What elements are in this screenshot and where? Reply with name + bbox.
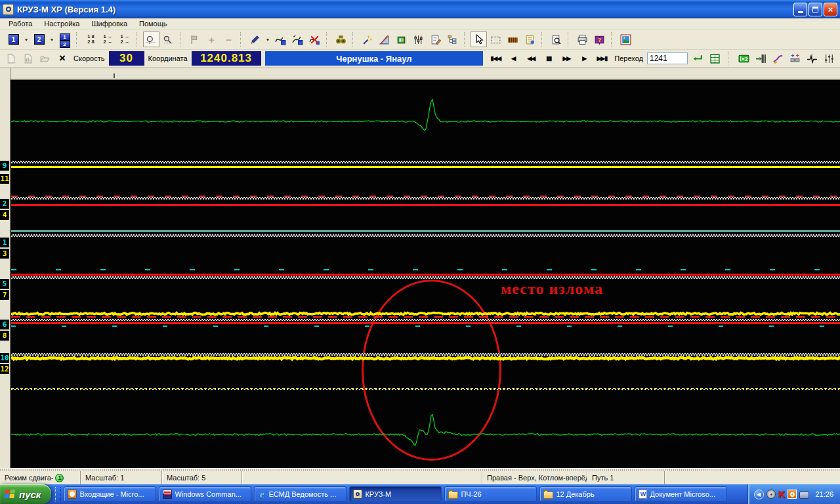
mag-icon [146, 34, 157, 45]
skip-start-button[interactable]: ▮◀◀ [487, 52, 504, 65]
menu-item-помощь[interactable]: Помощь [133, 20, 173, 28]
channel-label-5: 5 [0, 279, 9, 289]
adjust-plus-minus-button[interactable]: ++ [787, 51, 803, 66]
channel-label-12: 12 [0, 364, 9, 374]
levels-button[interactable] [410, 32, 427, 47]
channels-18-28-button[interactable]: 1 82 8 [83, 32, 99, 47]
task-buttons: Входящие - Micro...Windows Comman...eЕСМ… [64, 486, 727, 502]
task-wincmd[interactable]: Windows Comman... [159, 486, 251, 502]
table-view-button[interactable] [707, 51, 723, 66]
paint-settings-button[interactable] [770, 51, 786, 66]
add-mark-button[interactable]: + [203, 32, 220, 47]
fast-forward-button[interactable]: ▶▶ [558, 52, 575, 65]
hardware-button[interactable] [393, 32, 410, 47]
open-file-button[interactable] [37, 51, 53, 66]
channel-levels-button[interactable] [821, 51, 837, 66]
select-rect-button[interactable] [488, 32, 504, 47]
play-button[interactable]: ▶ [576, 52, 593, 65]
export-image-button[interactable] [618, 32, 634, 47]
help-book-button[interactable]: ? [591, 32, 608, 47]
search-button[interactable] [333, 32, 349, 47]
menu-item-настройка[interactable]: Настройка [38, 20, 85, 28]
toolbar-separator [728, 51, 731, 66]
toolbar-main: 1▾2▾121 82 81 ↔2 ↔1 →2 →+−▾? [0, 30, 840, 50]
barsarrow-icon [755, 53, 766, 64]
magic-select-button[interactable] [359, 32, 375, 47]
tray-scheduler-icon[interactable] [766, 490, 776, 499]
zoom-line-button[interactable] [143, 32, 159, 47]
minimize-button[interactable] [793, 3, 807, 16]
plot-area[interactable]: место излома [11, 81, 840, 468]
curve-note-alt-button[interactable] [289, 32, 306, 47]
display-group: ×2++ [736, 51, 837, 66]
status-scale-1-label: Масштаб: 1 [85, 474, 124, 482]
flag-icon [189, 34, 200, 45]
notes-button[interactable] [522, 32, 538, 47]
trace-checker-1 [11, 161, 840, 163]
cursor-button[interactable] [471, 32, 487, 47]
table-icon [709, 53, 721, 64]
new-file-button[interactable] [3, 51, 19, 66]
menu-item-шифровка[interactable]: Шифровка [85, 20, 133, 28]
wave-icon [807, 53, 818, 64]
quick-launch-handle[interactable] [55, 487, 61, 501]
close-graph-button[interactable]: × [55, 52, 70, 65]
word-doc-icon: W [639, 490, 647, 499]
tray-collapse-icon[interactable]: ◀ [754, 490, 764, 499]
remove-mark-button[interactable]: − [220, 32, 237, 47]
step-back-button[interactable]: ◀ [505, 52, 522, 65]
tray-antivirus-icon[interactable]: K [778, 490, 786, 499]
tree-view-button[interactable] [444, 32, 461, 47]
goto-enter-button[interactable] [690, 51, 706, 66]
railway-button[interactable] [505, 32, 521, 47]
task-december[interactable]: 12 Декабрь [539, 486, 632, 502]
view-2-button[interactable]: 2 [31, 32, 47, 47]
shift-channels-button[interactable] [753, 51, 769, 66]
task-kruz[interactable]: КРУЗ-М [349, 486, 442, 502]
edit-report-button[interactable] [427, 32, 444, 47]
channels-shift-button[interactable]: 1 →2 → [117, 32, 133, 47]
start-button[interactable]: пуск [0, 484, 51, 504]
marker-pen-button[interactable] [247, 32, 263, 47]
maximize-button[interactable] [808, 3, 822, 16]
close-button[interactable]: × [824, 3, 837, 16]
curve-note-button[interactable] [272, 32, 289, 47]
channel-label-8: 8 [0, 331, 9, 341]
print-preview-button[interactable] [548, 32, 564, 47]
marker-pen-button-dropdown[interactable]: ▾ [264, 32, 272, 47]
zoom-area-button[interactable] [160, 32, 177, 47]
waveform-button[interactable] [804, 51, 820, 66]
task-esmd-label: ЕСМД Ведомость ... [268, 490, 336, 498]
task-inbox[interactable]: Входящие - Micro... [64, 486, 156, 502]
km-post-button[interactable] [186, 32, 203, 47]
print-button[interactable] [574, 32, 591, 47]
toolbar-nav: × Скорость 30 Координата 1240.813 Чернуш… [0, 50, 840, 68]
view-split-button[interactable]: 12 [56, 32, 73, 47]
view-1-button-dropdown[interactable]: ▾ [22, 32, 30, 47]
app-window: КРУЗ-М ХР (Версия 1.4) × РаботаНастройка… [0, 0, 840, 504]
pause-button[interactable]: ▮▮ [540, 52, 557, 65]
rewind-button[interactable]: ◀◀ [522, 52, 539, 65]
channel-label-10: 10 [0, 353, 9, 363]
menu-item-работа[interactable]: Работа [3, 20, 38, 28]
skip-end-button[interactable]: ▶▶▮ [593, 52, 610, 65]
report-file-button[interactable] [20, 51, 36, 66]
toolbar-separator [352, 32, 356, 47]
view-1-button[interactable]: 1 [5, 32, 22, 47]
curve-delete-button[interactable] [306, 32, 323, 47]
goto-input[interactable] [647, 52, 688, 64]
measure-button[interactable] [376, 32, 392, 47]
trace-white-dash-1 [11, 389, 840, 390]
status-rest [664, 471, 840, 484]
tray-alarm-icon[interactable] [788, 490, 797, 499]
scale-x2-button[interactable]: ×2 [736, 51, 752, 66]
task-pch26[interactable]: ПЧ-26 [444, 486, 537, 502]
tray-usb-icon[interactable] [799, 492, 809, 499]
channels-swap-button[interactable]: 1 ↔2 ↔ [100, 32, 116, 47]
task-esmd[interactable]: eЕСМД Ведомость ... [254, 486, 346, 502]
view-2-button-dropdown[interactable]: ▾ [48, 32, 56, 47]
channel-label-1: 1 [0, 238, 9, 247]
task-word-doc[interactable]: WДокумент Microso... [635, 486, 727, 502]
trace-red-1 [11, 204, 840, 206]
task-kruz-label: КРУЗ-М [365, 490, 391, 498]
